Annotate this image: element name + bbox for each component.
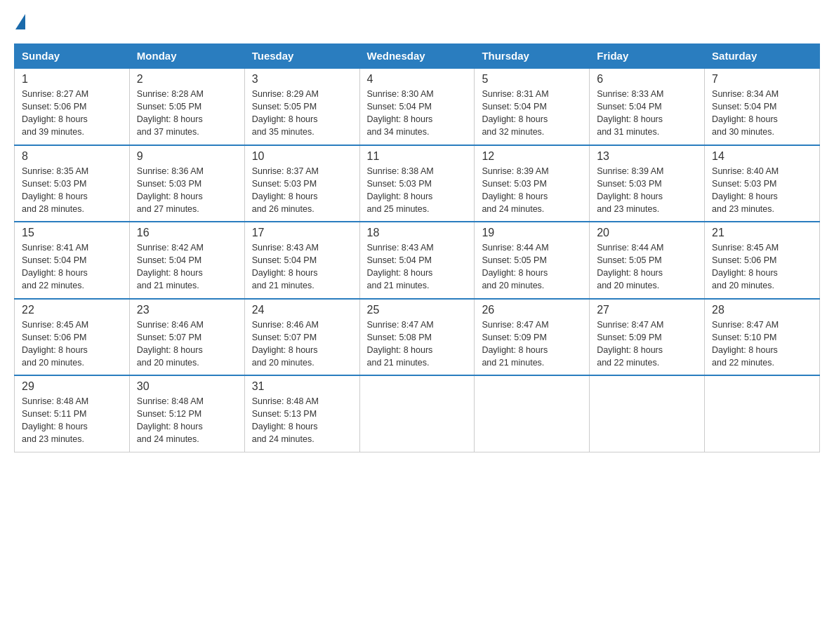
day-info: Sunrise: 8:44 AM Sunset: 5:05 PM Dayligh…	[597, 241, 697, 293]
day-of-week-header: Friday	[590, 44, 705, 69]
calendar-day-cell: 24 Sunrise: 8:46 AM Sunset: 5:07 PM Dayl…	[244, 299, 359, 376]
calendar-day-cell: 15 Sunrise: 8:41 AM Sunset: 5:04 PM Dayl…	[15, 222, 130, 299]
day-number: 27	[597, 304, 697, 316]
day-number: 24	[252, 304, 352, 316]
day-number: 20	[597, 227, 697, 239]
calendar-day-cell: 22 Sunrise: 8:45 AM Sunset: 5:06 PM Dayl…	[15, 299, 130, 376]
day-info: Sunrise: 8:43 AM Sunset: 5:04 PM Dayligh…	[367, 241, 468, 293]
calendar-day-cell: 16 Sunrise: 8:42 AM Sunset: 5:04 PM Dayl…	[129, 222, 244, 299]
calendar-day-cell: 26 Sunrise: 8:47 AM Sunset: 5:09 PM Dayl…	[475, 299, 590, 376]
day-number: 1	[22, 73, 122, 86]
day-number: 29	[22, 380, 122, 393]
day-number: 14	[712, 150, 812, 163]
day-info: Sunrise: 8:34 AM Sunset: 5:04 PM Dayligh…	[712, 88, 812, 139]
day-number: 6	[597, 73, 697, 86]
calendar-day-cell	[705, 375, 820, 452]
day-info: Sunrise: 8:46 AM Sunset: 5:07 PM Dayligh…	[252, 318, 352, 370]
calendar-day-cell: 2 Sunrise: 8:28 AM Sunset: 5:05 PM Dayli…	[129, 68, 244, 145]
day-number: 7	[712, 73, 812, 86]
day-info: Sunrise: 8:48 AM Sunset: 5:13 PM Dayligh…	[252, 395, 352, 446]
day-info: Sunrise: 8:36 AM Sunset: 5:03 PM Dayligh…	[137, 165, 237, 216]
day-info: Sunrise: 8:47 AM Sunset: 5:09 PM Dayligh…	[597, 318, 697, 370]
day-number: 15	[22, 227, 122, 239]
calendar-day-cell: 19 Sunrise: 8:44 AM Sunset: 5:05 PM Dayl…	[475, 222, 590, 299]
day-info: Sunrise: 8:35 AM Sunset: 5:03 PM Dayligh…	[22, 165, 122, 216]
calendar-week-row: 1 Sunrise: 8:27 AM Sunset: 5:06 PM Dayli…	[15, 68, 820, 145]
calendar-day-cell: 11 Sunrise: 8:38 AM Sunset: 5:03 PM Dayl…	[359, 145, 475, 222]
day-info: Sunrise: 8:33 AM Sunset: 5:04 PM Dayligh…	[597, 88, 697, 139]
day-info: Sunrise: 8:38 AM Sunset: 5:03 PM Dayligh…	[367, 165, 468, 216]
calendar-day-cell: 6 Sunrise: 8:33 AM Sunset: 5:04 PM Dayli…	[590, 68, 705, 145]
day-number: 16	[137, 227, 237, 239]
day-info: Sunrise: 8:46 AM Sunset: 5:07 PM Dayligh…	[137, 318, 237, 370]
day-info: Sunrise: 8:48 AM Sunset: 5:12 PM Dayligh…	[137, 395, 237, 446]
calendar-day-cell: 12 Sunrise: 8:39 AM Sunset: 5:03 PM Dayl…	[475, 145, 590, 222]
calendar-day-cell: 20 Sunrise: 8:44 AM Sunset: 5:05 PM Dayl…	[590, 222, 705, 299]
logo	[14, 14, 27, 29]
calendar-day-cell: 27 Sunrise: 8:47 AM Sunset: 5:09 PM Dayl…	[590, 299, 705, 376]
day-info: Sunrise: 8:47 AM Sunset: 5:08 PM Dayligh…	[367, 318, 468, 370]
calendar-day-cell	[590, 375, 705, 452]
calendar-day-cell: 30 Sunrise: 8:48 AM Sunset: 5:12 PM Dayl…	[129, 375, 244, 452]
calendar-day-cell: 9 Sunrise: 8:36 AM Sunset: 5:03 PM Dayli…	[129, 145, 244, 222]
calendar-day-cell: 29 Sunrise: 8:48 AM Sunset: 5:11 PM Dayl…	[15, 375, 130, 452]
calendar-day-cell	[359, 375, 475, 452]
calendar-day-cell: 18 Sunrise: 8:43 AM Sunset: 5:04 PM Dayl…	[359, 222, 475, 299]
day-info: Sunrise: 8:27 AM Sunset: 5:06 PM Dayligh…	[22, 88, 122, 139]
day-number: 25	[367, 304, 468, 316]
page-header	[14, 14, 820, 29]
day-of-week-header: Wednesday	[359, 44, 475, 69]
day-number: 11	[367, 150, 468, 163]
calendar-day-cell: 1 Sunrise: 8:27 AM Sunset: 5:06 PM Dayli…	[15, 68, 130, 145]
day-number: 10	[252, 150, 352, 163]
day-number: 5	[482, 73, 582, 86]
day-of-week-header: Sunday	[15, 44, 130, 69]
day-number: 17	[252, 227, 352, 239]
calendar-day-cell: 14 Sunrise: 8:40 AM Sunset: 5:03 PM Dayl…	[705, 145, 820, 222]
calendar-week-row: 29 Sunrise: 8:48 AM Sunset: 5:11 PM Dayl…	[15, 375, 820, 452]
day-info: Sunrise: 8:30 AM Sunset: 5:04 PM Dayligh…	[367, 88, 468, 139]
day-number: 21	[712, 227, 812, 239]
day-number: 26	[482, 304, 582, 316]
day-of-week-header: Saturday	[705, 44, 820, 69]
day-number: 12	[482, 150, 582, 163]
day-of-week-header: Monday	[129, 44, 244, 69]
day-info: Sunrise: 8:37 AM Sunset: 5:03 PM Dayligh…	[252, 165, 352, 216]
calendar-week-row: 15 Sunrise: 8:41 AM Sunset: 5:04 PM Dayl…	[15, 222, 820, 299]
calendar-week-row: 22 Sunrise: 8:45 AM Sunset: 5:06 PM Dayl…	[15, 299, 820, 376]
day-of-week-header: Thursday	[475, 44, 590, 69]
day-number: 19	[482, 227, 582, 239]
calendar-day-cell: 25 Sunrise: 8:47 AM Sunset: 5:08 PM Dayl…	[359, 299, 475, 376]
day-number: 28	[712, 304, 812, 316]
day-info: Sunrise: 8:45 AM Sunset: 5:06 PM Dayligh…	[22, 318, 122, 370]
day-info: Sunrise: 8:39 AM Sunset: 5:03 PM Dayligh…	[597, 165, 697, 216]
calendar-day-cell: 8 Sunrise: 8:35 AM Sunset: 5:03 PM Dayli…	[15, 145, 130, 222]
day-info: Sunrise: 8:43 AM Sunset: 5:04 PM Dayligh…	[252, 241, 352, 293]
day-info: Sunrise: 8:28 AM Sunset: 5:05 PM Dayligh…	[137, 88, 237, 139]
day-number: 22	[22, 304, 122, 316]
calendar-header-row: SundayMondayTuesdayWednesdayThursdayFrid…	[15, 44, 820, 69]
calendar-day-cell: 13 Sunrise: 8:39 AM Sunset: 5:03 PM Dayl…	[590, 145, 705, 222]
day-info: Sunrise: 8:45 AM Sunset: 5:06 PM Dayligh…	[712, 241, 812, 293]
day-number: 18	[367, 227, 468, 239]
day-info: Sunrise: 8:42 AM Sunset: 5:04 PM Dayligh…	[137, 241, 237, 293]
day-number: 30	[137, 380, 237, 393]
day-info: Sunrise: 8:44 AM Sunset: 5:05 PM Dayligh…	[482, 241, 582, 293]
calendar-day-cell: 7 Sunrise: 8:34 AM Sunset: 5:04 PM Dayli…	[705, 68, 820, 145]
calendar-table: SundayMondayTuesdayWednesdayThursdayFrid…	[14, 43, 820, 452]
day-number: 9	[137, 150, 237, 163]
calendar-week-row: 8 Sunrise: 8:35 AM Sunset: 5:03 PM Dayli…	[15, 145, 820, 222]
day-number: 4	[367, 73, 468, 86]
day-info: Sunrise: 8:39 AM Sunset: 5:03 PM Dayligh…	[482, 165, 582, 216]
calendar-day-cell: 3 Sunrise: 8:29 AM Sunset: 5:05 PM Dayli…	[244, 68, 359, 145]
calendar-day-cell: 17 Sunrise: 8:43 AM Sunset: 5:04 PM Dayl…	[244, 222, 359, 299]
day-number: 31	[252, 380, 352, 393]
calendar-day-cell: 10 Sunrise: 8:37 AM Sunset: 5:03 PM Dayl…	[244, 145, 359, 222]
day-info: Sunrise: 8:47 AM Sunset: 5:09 PM Dayligh…	[482, 318, 582, 370]
calendar-day-cell	[475, 375, 590, 452]
day-number: 8	[22, 150, 122, 163]
day-info: Sunrise: 8:29 AM Sunset: 5:05 PM Dayligh…	[252, 88, 352, 139]
calendar-day-cell: 28 Sunrise: 8:47 AM Sunset: 5:10 PM Dayl…	[705, 299, 820, 376]
calendar-day-cell: 31 Sunrise: 8:48 AM Sunset: 5:13 PM Dayl…	[244, 375, 359, 452]
day-info: Sunrise: 8:41 AM Sunset: 5:04 PM Dayligh…	[22, 241, 122, 293]
